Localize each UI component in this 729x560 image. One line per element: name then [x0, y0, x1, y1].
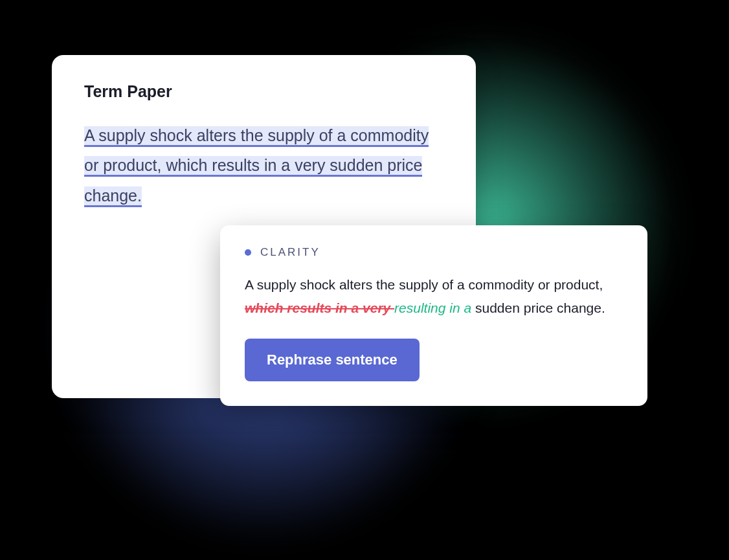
document-body[interactable]: A supply shock alters the supply of a co… [84, 120, 443, 210]
suggestion-text-after: sudden price change. [475, 300, 605, 315]
suggestion-text-before: A supply shock alters the supply of a co… [245, 277, 603, 292]
strikethrough-text: which results in a very [245, 300, 394, 315]
suggestion-text: A supply shock alters the supply of a co… [245, 273, 623, 319]
replacement-text: resulting in a [394, 300, 475, 315]
rephrase-button[interactable]: Rephrase sentence [245, 339, 420, 381]
highlighted-sentence[interactable]: A supply shock alters the supply of a co… [84, 126, 429, 207]
suggestion-popover: CLARITY A supply shock alters the supply… [220, 225, 647, 406]
suggestion-header: CLARITY [245, 246, 623, 259]
suggestion-category-label: CLARITY [260, 246, 320, 259]
document-title: Term Paper [84, 82, 443, 101]
category-dot-icon [245, 249, 251, 256]
